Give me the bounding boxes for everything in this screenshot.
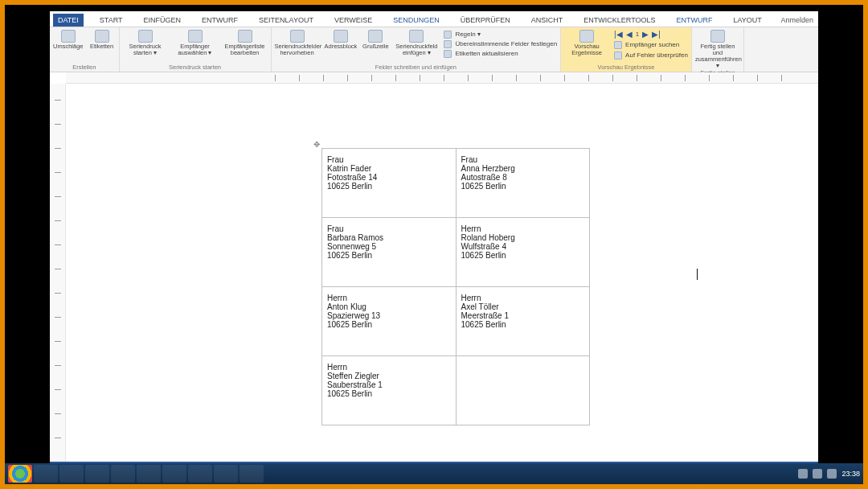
cell-name: Katrin Fader [327, 164, 451, 173]
nav-counter[interactable]: 1 [636, 31, 639, 38]
btn-empfaenger-auswaehlen[interactable]: Empfänger auswählen ▾ [173, 30, 218, 56]
tray-action-icon[interactable] [827, 469, 837, 479]
tab-verweise[interactable]: VERWEISE [330, 14, 377, 27]
taskbar-app-antivirus[interactable] [111, 465, 135, 483]
label-cell-2[interactable]: Frau Barbara Ramos Sonnenweg 5 10625 Ber… [322, 218, 457, 287]
btn-empfaenger-suchen[interactable]: Empfänger suchen [614, 40, 688, 49]
btn-check-label: Auf Fehler überprüfen [625, 51, 688, 60]
nav-first[interactable]: |◀ [614, 30, 623, 39]
btn-regeln-label: Regeln ▾ [455, 30, 481, 39]
taskbar-app-excel[interactable] [188, 465, 212, 483]
taskbar-app-explorer[interactable] [34, 465, 58, 483]
btn-grusszeile[interactable]: Grußzeile [362, 30, 389, 50]
group-label-erstellen: Erstellen [53, 64, 116, 71]
label-cell-1[interactable]: Frau Anna Herzberg Autostraße 8 10625 Be… [456, 149, 590, 218]
taskbar-app-spotify[interactable] [137, 465, 161, 483]
table-row: Frau Barbara Ramos Sonnenweg 5 10625 Ber… [322, 218, 590, 287]
cell-name: Anton Klug [327, 302, 451, 311]
horizontal-ruler[interactable] [66, 72, 818, 84]
label-cell-5[interactable]: Herrn Axel Töller Meerstraße 1 10625 Ber… [456, 287, 590, 356]
cell-name: Roland Hoberg [461, 233, 585, 242]
tab-seitenlayout[interactable]: SEITENLAYOUT [254, 14, 318, 27]
btn-adressblock[interactable]: Adressblock [325, 30, 358, 50]
nav-prev[interactable]: ◀ [626, 30, 633, 39]
envelope-icon [61, 30, 76, 43]
btn-umschlaege[interactable]: Umschläge [53, 30, 84, 50]
tab-entwurf[interactable]: ENTWURF [197, 14, 243, 27]
table-anchor-icon[interactable]: ✥ [313, 140, 320, 149]
taskbar-app-media[interactable] [214, 465, 238, 483]
insertfield-icon [409, 30, 424, 43]
cell-street: Wulfstraße 4 [461, 242, 585, 251]
label-cell-7[interactable] [456, 356, 590, 425]
btn-update-labels[interactable]: Etiketten aktualisieren [444, 49, 557, 58]
vertical-ruler[interactable] [50, 84, 66, 462]
labels-table[interactable]: Frau Katrin Fader Fotostraße 14 10625 Be… [321, 148, 590, 425]
btn-fertigstellen[interactable]: Fertig stellen und zusammenführen ▾ [695, 30, 740, 69]
ribbon: Umschläge Etiketten Erstellen Seriendruc… [50, 27, 818, 72]
btn-seriendruckfeld-einfuegen[interactable]: Seriendruckfeld einfügen ▾ [394, 30, 439, 56]
editlist-icon [238, 30, 252, 43]
group-label-vorschau: Vorschau Ergebnisse [564, 64, 688, 71]
label-cell-0[interactable]: Frau Katrin Fader Fotostraße 14 10625 Be… [322, 149, 457, 218]
btn-liste-label: Empfängerliste bearbeiten [223, 43, 268, 56]
label-cell-6[interactable]: Herrn Steffen Ziegler Sauberstraße 1 106… [322, 356, 457, 425]
cell-city: 10625 Berlin [461, 182, 585, 191]
btn-seriendruck-starten[interactable]: Seriendruck starten ▾ [123, 30, 168, 56]
tab-sendungen[interactable]: SENDUNGEN [388, 14, 444, 27]
tab-start[interactable]: START [95, 14, 128, 27]
nav-next[interactable]: ▶ [642, 30, 649, 39]
taskbar-app-other[interactable] [240, 465, 264, 483]
btn-etiketten-label: Etiketten [90, 43, 113, 50]
cell-street: Spazierweg 13 [327, 311, 451, 320]
label-cell-3[interactable]: Herrn Roland Hoberg Wulfstraße 4 10625 B… [456, 218, 590, 287]
cell-street: Sauberstraße 1 [327, 380, 451, 389]
cell-name: Anna Herzberg [461, 164, 585, 173]
tab-einfuegen[interactable]: EINFÜGEN [139, 14, 186, 27]
btn-felder-label: Seriendruckfelder hervorheben [275, 43, 320, 56]
btn-fehler-ueberpruefen[interactable]: Auf Fehler überprüfen [614, 51, 688, 60]
windows-taskbar: 23:38 [5, 463, 863, 484]
start-button[interactable] [8, 465, 32, 483]
cell-salutation: Frau [327, 224, 451, 233]
nav-last[interactable]: ▶| [652, 30, 661, 39]
btn-update-label: Etiketten aktualisieren [455, 49, 518, 58]
addressblock-icon [334, 30, 348, 43]
btn-empfaengerliste[interactable]: Empfängerliste bearbeiten [223, 30, 268, 56]
label-cell-4[interactable]: Herrn Anton Klug Spazierweg 13 10625 Ber… [322, 287, 457, 356]
tab-layout[interactable]: LAYOUT [728, 14, 766, 27]
taskbar-app-mail[interactable] [85, 465, 109, 483]
cell-salutation: Herrn [327, 363, 451, 372]
btn-vorschau-label: Vorschau Ergebnisse [564, 43, 609, 56]
tab-datei[interactable]: DATEI [53, 14, 84, 27]
page-canvas[interactable]: ✥ Frau Katrin Fader Fotostraße 14 10625 … [66, 84, 818, 462]
cell-street: Autostraße 8 [461, 173, 585, 182]
preview-icon [579, 30, 594, 43]
cell-salutation: Herrn [461, 294, 585, 302]
btn-regeln[interactable]: Regeln ▾ [444, 30, 557, 39]
tab-ueberpruefen[interactable]: ÜBERPRÜFEN [456, 14, 515, 27]
btn-einfuegen-label: Seriendruckfeld einfügen ▾ [394, 43, 439, 56]
taskbar-app-word[interactable] [162, 465, 186, 483]
cell-salutation: Frau [461, 155, 585, 164]
tab-entwickler[interactable]: ENTWICKLERTOOLS [579, 14, 660, 27]
caption-fragment: Vorla [0, 458, 4, 466]
account-sign-in[interactable]: Anmelden [780, 16, 813, 24]
tray-network-icon[interactable] [798, 469, 808, 479]
ribbon-tab-row: DATEI START EINFÜGEN ENTWURF SEITENLAYOU… [50, 11, 818, 27]
tray-clock[interactable]: 23:38 [841, 470, 860, 478]
mailmerge-icon [138, 30, 153, 43]
tab-entwurf-tabletools[interactable]: ENTWURF [671, 14, 717, 27]
cell-city: 10625 Berlin [327, 320, 451, 329]
btn-vorschau-ergebnisse[interactable]: Vorschau Ergebnisse [564, 30, 609, 56]
btn-felder-hervorheben[interactable]: Seriendruckfelder hervorheben [275, 30, 320, 56]
tab-ansicht[interactable]: ANSICHT [526, 14, 568, 27]
btn-empfaenger-label: Empfänger auswählen ▾ [173, 43, 218, 56]
greeting-icon [368, 30, 383, 43]
taskbar-app-browser[interactable] [59, 465, 84, 483]
btn-etiketten[interactable]: Etiketten [88, 30, 116, 50]
tray-volume-icon[interactable] [813, 469, 822, 479]
cell-city: 10625 Berlin [461, 251, 585, 260]
cell-salutation: Herrn [327, 294, 451, 302]
btn-match-fields[interactable]: Übereinstimmende Felder festlegen [444, 39, 557, 48]
